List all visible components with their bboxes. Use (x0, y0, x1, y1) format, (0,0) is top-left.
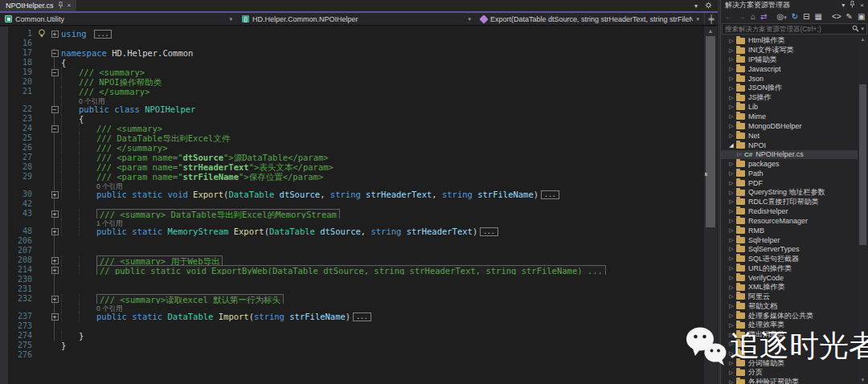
line-content[interactable]: { (61, 114, 705, 124)
member-dropdown[interactable]: Export(DataTable dtSource, string strHea… (476, 13, 704, 25)
tree-item-folder[interactable]: ▷分词辅助类 (721, 358, 858, 368)
line-content[interactable]: { (61, 58, 705, 67)
code-line[interactable]: 207 (0, 246, 705, 255)
split-window-button[interactable]: ╪ (704, 13, 718, 25)
tree-collapsed-arrow-icon[interactable]: ▷ (727, 76, 735, 82)
tree-collapsed-arrow-icon[interactable]: ▷ (727, 104, 735, 110)
sync-with-active-document-icon[interactable]: ⇄ (760, 13, 767, 21)
search-icon[interactable] (852, 25, 859, 34)
codelens-row[interactable]: 0 个引用 (0, 182, 705, 190)
outlining-margin[interactable]: − (48, 67, 61, 77)
tree-item-folder[interactable]: ▷Lib (721, 103, 858, 112)
back-icon[interactable]: ← (725, 13, 733, 21)
panel-title-bar[interactable]: 解决方案资源管理器 ▾ × (721, 0, 868, 10)
tree-item-folder[interactable]: ▷阿里云 (721, 292, 858, 302)
refresh-icon[interactable]: ↻ (792, 13, 798, 21)
view-code-icon[interactable]: <> (832, 13, 841, 21)
collapsed-comment-box[interactable]: // public static void ExportByWeb(DataTa… (96, 265, 606, 275)
chevron-down-icon[interactable]: ▾ (784, 14, 787, 20)
code-line[interactable]: 214+// public static void ExportByWeb(Da… (0, 265, 705, 275)
tree-item-folder[interactable]: ▷分页 (721, 368, 858, 378)
line-content[interactable]: /// <param name="strFileName">保存位置</para… (61, 172, 705, 182)
collapsed-region-ellipsis[interactable]: ... (480, 227, 497, 236)
code-line[interactable]: 208+/// <summary> 用于Web导出 (0, 255, 705, 265)
tree-collapsed-arrow-icon[interactable]: ▷ (727, 190, 735, 196)
collapse-region-icon[interactable]: − (51, 50, 59, 57)
outlining-margin[interactable]: − (48, 48, 61, 58)
tree-collapsed-arrow-icon[interactable]: ▷ (727, 227, 735, 234)
code-line[interactable]: 230 (0, 275, 705, 284)
code-line[interactable]: 231 (0, 284, 705, 294)
outlining-margin[interactable]: − (48, 104, 61, 114)
code-line[interactable]: 232+/// <summary>读取excel 默认第一行为标头 (0, 294, 705, 304)
collapse-region-icon[interactable]: − (51, 125, 59, 133)
tree-item-folder[interactable]: ▷JS操作 (721, 93, 858, 103)
line-content[interactable]: /// NPOI操作帮助类 (61, 77, 705, 87)
chevron-down-icon[interactable]: ▾ (694, 2, 698, 10)
tree-item-folder[interactable]: ▷JSON操作 (721, 84, 858, 93)
close-icon[interactable]: × (68, 2, 72, 9)
scroll-up-icon[interactable]: ▲ (858, 36, 868, 43)
code-line[interactable]: 22−public class NPOIHelper (0, 104, 705, 114)
outlining-margin[interactable]: + (48, 29, 61, 39)
search-input[interactable] (725, 25, 852, 33)
codelens-references[interactable]: 0 个引用 (96, 182, 123, 190)
tree-item-file[interactable]: ▷C#NPOIHelper.cs (721, 150, 858, 160)
tree-collapsed-arrow-icon[interactable]: ▷ (727, 322, 735, 329)
expand-region-icon[interactable]: + (51, 191, 59, 198)
tree-collapsed-arrow-icon[interactable]: ▷ (727, 246, 735, 252)
line-content[interactable]: namespace HD.Helper.Common (61, 48, 705, 58)
tree-item-folder[interactable]: ▷处理多媒体的公共类 (721, 311, 858, 321)
scope-icon[interactable]: ◎▾ (776, 13, 786, 22)
line-content[interactable]: /// DataTable导出到Excel文件 (61, 133, 705, 143)
tree-collapsed-arrow-icon[interactable]: ▷ (727, 313, 735, 319)
tree-item-folder[interactable]: ▷Json (721, 74, 858, 84)
tree-collapsed-arrow-icon[interactable]: ▷ (727, 237, 735, 243)
code-line[interactable]: 42 (0, 199, 705, 209)
tree-collapsed-arrow-icon[interactable]: ▷ (727, 123, 735, 129)
code-line[interactable]: 24−/// <summary> (0, 124, 705, 133)
expand-region-icon[interactable]: + (51, 228, 59, 235)
tree-item-folder[interactable]: ▷RDLC直接打印帮助类 (721, 198, 858, 207)
code-editor[interactable]: 1+using ...1617−namespace HD.Helper.Comm… (0, 27, 718, 384)
tree-item-folder[interactable]: ▷ (721, 349, 858, 358)
tree-item-folder[interactable]: ▷ResourceManager (721, 216, 858, 226)
tree-item-folder[interactable]: ▷QueryString 地址栏参数 (721, 188, 858, 198)
code-line[interactable]: 48+public static MemoryStream Export(Dat… (0, 227, 705, 236)
line-content[interactable]: 0 个引用 (61, 182, 705, 190)
line-content[interactable]: /// <summary> (61, 67, 705, 77)
expand-region-icon[interactable]: + (51, 31, 59, 38)
scroll-down-icon[interactable]: ▼ (858, 377, 868, 384)
collapse-all-icon[interactable]: ⊟ (803, 13, 809, 21)
tree-item-folder[interactable]: ▷SqlHelper (721, 235, 858, 245)
close-icon[interactable]: × (860, 2, 864, 9)
code-line[interactable]: 275} (0, 341, 705, 350)
code-line[interactable]: 30+public static void Export(DataTable d… (0, 190, 705, 199)
code-line[interactable]: 23{ (0, 114, 705, 124)
tree-collapsed-arrow-icon[interactable]: ▷ (727, 303, 735, 309)
tree-collapsed-arrow-icon[interactable]: ▷ (727, 133, 735, 139)
line-content[interactable] (61, 199, 705, 209)
tree-item-folder[interactable]: ▷帮助文档 (721, 301, 858, 311)
code-line[interactable]: 18{ (0, 58, 705, 67)
tree-item-folder[interactable]: ▷RedisHelper (721, 206, 858, 216)
tab-npoihelper[interactable]: NPOIHelper.cs × (0, 0, 76, 11)
expand-region-icon[interactable]: + (51, 257, 59, 264)
tree-item-folder[interactable]: ▷SqlServerTypes (721, 245, 858, 255)
panel-scrollbar[interactable]: ▲ ▼ (858, 36, 868, 384)
tree-collapsed-arrow-icon[interactable]: ▷ (727, 370, 735, 376)
tree-collapsed-arrow-icon[interactable]: ▷ (727, 284, 735, 291)
line-content[interactable]: /// <param name="strHeaderText">表头文本</pa… (61, 162, 705, 172)
line-content[interactable]: public class NPOIHelper (61, 104, 705, 114)
show-all-files-icon[interactable]: ▦ (814, 13, 821, 21)
type-dropdown[interactable]: {} HD.Helper.Common.NPOIHelper ▾ (237, 13, 476, 25)
tree-collapsed-arrow-icon[interactable]: ▷ (727, 341, 735, 347)
code-line[interactable]: 29/// <param name="strFileName">保存位置</pa… (0, 172, 705, 182)
tree-collapsed-arrow-icon[interactable]: ▷ (727, 208, 735, 214)
tree-item-folder[interactable]: ▷SQL语句拦截器 (721, 254, 858, 263)
outlining-margin[interactable]: + (48, 227, 61, 236)
line-content[interactable] (61, 350, 705, 360)
line-content[interactable] (61, 39, 705, 48)
tree-collapsed-arrow-icon[interactable]: ▷ (727, 198, 735, 205)
line-content[interactable]: /// <param name="dtSource">源DataTable</p… (61, 153, 705, 162)
